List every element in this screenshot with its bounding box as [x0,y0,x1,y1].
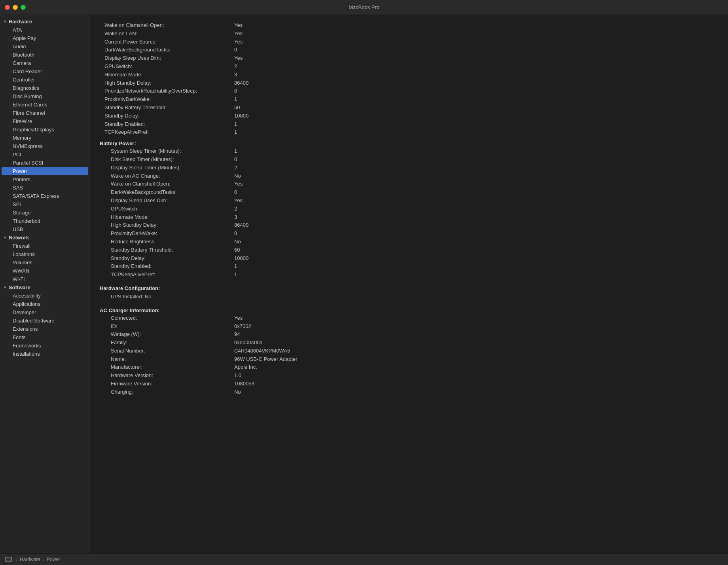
prop-row: Wake on Clamshell Open: Yes [100,21,719,30]
sidebar-item-controller[interactable]: Controller [2,76,88,84]
sidebar-item-apple-pay[interactable]: Apple Pay [2,34,88,42]
ac-power-table: Wake on Clamshell Open: Yes Wake on LAN:… [100,21,719,137]
prop-row: Manufacturer: Apple Inc. [100,363,719,372]
prop-label: Hibernate Mode: [100,213,234,222]
prop-value: Apple Inc. [234,363,257,372]
sidebar: ▼ Hardware ATA Apple Pay Audio Bluetooth… [0,15,90,553]
prop-label: High Standby Delay: [100,79,234,87]
prop-value: 2 [234,164,237,172]
prop-label: Standby Enabled: [100,262,234,271]
sidebar-item-camera[interactable]: Camera [2,59,88,67]
sidebar-item-usb[interactable]: USB [2,225,88,233]
sidebar-section-network[interactable]: ▼ Network [0,233,90,242]
sidebar-item-audio[interactable]: Audio [2,42,88,51]
sidebar-item-nvmexpress[interactable]: NVMExpress [2,142,88,150]
prop-row: DarkWakeBackgroundTasks: 0 [100,188,719,197]
sidebar-item-spi[interactable]: SPI [2,200,88,209]
prop-value: 2 [234,63,237,71]
sidebar-item-developer[interactable]: Developer [2,308,88,317]
breadcrumb-hardware: Hardware [20,557,40,562]
sidebar-item-printers[interactable]: Printers [2,175,88,184]
sidebar-item-power[interactable]: Power [2,167,88,175]
prop-row: Hibernate Mode: 3 [100,213,719,222]
prop-row: Standby Enabled: 1 [100,262,719,271]
prop-label: Manufacturer: [100,363,234,372]
prop-value: 0 [234,87,237,95]
ac-charger-table: Connected: Yes ID: 0x7002 Wattage (W): 9… [100,314,719,396]
sidebar-item-storage[interactable]: Storage [2,209,88,217]
close-button[interactable] [5,5,10,10]
prop-value: 10800 [234,112,248,120]
prop-value: 0x7002 [234,322,251,331]
sidebar-item-sas[interactable]: SAS [2,184,88,192]
sidebar-item-memory[interactable]: Memory [2,134,88,142]
sidebar-item-fonts[interactable]: Fonts [2,333,88,341]
sidebar-item-wifi[interactable]: Wi-Fi [2,275,88,283]
prop-value: Yes [234,197,243,205]
sidebar-item-graphics-displays[interactable]: Graphics/Displays [2,125,88,134]
prop-value: No [234,388,241,396]
prop-value: 50 [234,104,240,112]
sidebar-item-wwan[interactable]: WWAN [2,267,88,275]
prop-value: 1 [234,271,237,279]
sidebar-item-installations[interactable]: Installations [2,350,88,358]
sidebar-section-software[interactable]: ▼ Software [0,283,90,292]
main-content: ▼ Hardware ATA Apple Pay Audio Bluetooth… [0,15,728,553]
prop-label: Wattage (W): [100,330,234,339]
prop-value: 96W USB-C Power Adapter [234,355,298,364]
prop-label: Firmware Version: [100,380,234,388]
sidebar-item-locations[interactable]: Locations [2,250,88,258]
battery-power-section: Battery Power: System Sleep Timer (Minut… [100,140,719,279]
sidebar-section-hardware[interactable]: ▼ Hardware [0,17,90,26]
breadcrumb-separator-2: › [43,557,44,562]
sidebar-item-extensions[interactable]: Extensions [2,325,88,333]
sidebar-item-applications[interactable]: Applications [2,300,88,308]
prop-row: GPUSwitch: 2 [100,205,719,213]
prop-label: Standby Enabled: [100,120,234,129]
prop-row: DarkWakeBackgroundTasks: 0 [100,46,719,54]
sidebar-item-volumes[interactable]: Volumes [2,258,88,267]
sidebar-item-ata[interactable]: ATA [2,26,88,34]
prop-row: Disk Sleep Timer (Minutes): 0 [100,155,719,164]
prop-label: DarkWakeBackgroundTasks: [100,188,234,197]
content-area: Wake on Clamshell Open: Yes Wake on LAN:… [90,15,728,553]
prop-row: Standby Battery Threshold: 50 [100,246,719,254]
sidebar-software-label: Software [9,284,30,290]
ac-power-section: Wake on Clamshell Open: Yes Wake on LAN:… [100,21,719,137]
sidebar-item-ethernet-cards[interactable]: Ethernet Cards [2,100,88,109]
prop-value: Yes [234,314,243,322]
sidebar-item-fibre-channel[interactable]: Fibre Channel [2,109,88,117]
prop-value: 0 [234,155,237,164]
sidebar-item-parallel-scsi[interactable]: Parallel SCSI [2,159,88,167]
sidebar-item-sata[interactable]: SATA/SATA Express [2,192,88,200]
prop-label: Family: [100,339,234,347]
sidebar-item-disabled-software[interactable]: Disabled Software [2,317,88,325]
prop-label: UPS Installed: No [100,293,234,301]
sidebar-network-label: Network [9,235,29,241]
sidebar-item-accessibility[interactable]: Accessibility [2,292,88,300]
sidebar-item-card-reader[interactable]: Card Reader [2,67,88,76]
prop-row: ProximityDarkWake: 0 [100,229,719,238]
sidebar-item-diagnostics[interactable]: Diagnostics [2,84,88,92]
sidebar-item-thunderbolt[interactable]: Thunderbolt [2,217,88,225]
sidebar-item-firewire[interactable]: FireWire [2,117,88,125]
maximize-button[interactable] [21,5,26,10]
minimize-button[interactable] [13,5,18,10]
prop-label: System Sleep Timer (Minutes): [100,147,234,155]
sidebar-item-pci[interactable]: PCI [2,150,88,159]
sidebar-item-frameworks[interactable]: Frameworks [2,341,88,350]
sidebar-item-disc-burning[interactable]: Disc Burning [2,92,88,100]
prop-row: Standby Enabled: 1 [100,120,719,129]
prop-label: ID: [100,322,234,331]
prop-row: Name: 96W USB-C Power Adapter [100,355,719,364]
prop-value: 3 [234,71,237,79]
ac-charger-section: AC Charger Information: Connected: Yes I… [100,307,719,396]
prop-row: Hibernate Mode: 3 [100,71,719,79]
sidebar-item-firewall[interactable]: Firewall [2,242,88,250]
prop-row: PrioritizeNetworkReachabilityOverSleep: … [100,87,719,95]
sidebar-item-bluetooth[interactable]: Bluetooth [2,51,88,59]
battery-power-header: Battery Power: [100,140,719,146]
prop-row: ID: 0x7002 [100,322,719,331]
traffic-lights [5,5,26,10]
prop-row: Firmware Version: 1080053 [100,380,719,388]
